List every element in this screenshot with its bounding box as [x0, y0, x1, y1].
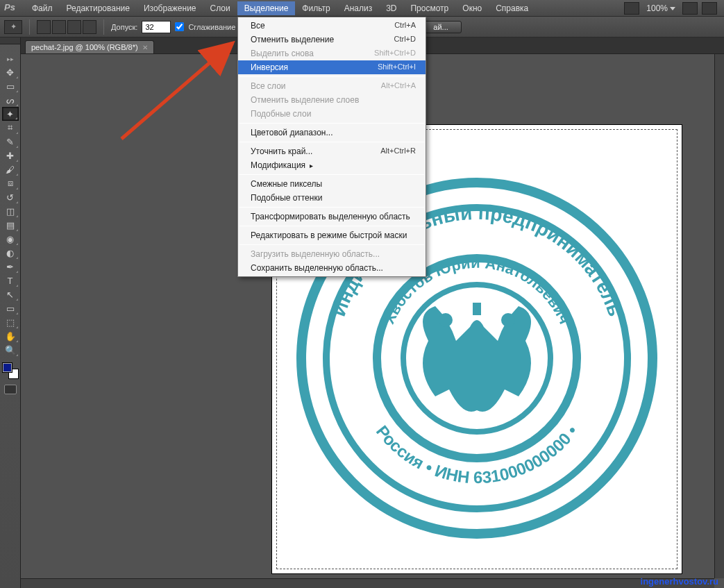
menuitem-загрузить-выделенную-область-: Загрузить выделенную область...: [238, 247, 426, 261]
close-icon[interactable]: ✕: [142, 44, 148, 51]
menu-bar: Ps ФайлРедактированиеИзображениеСлоиВыде…: [0, 0, 724, 17]
color-swatches[interactable]: [2, 362, 19, 379]
selection-intersect-icon[interactable]: [83, 20, 96, 34]
menuitem-label: Цветовой диапазон...: [251, 128, 332, 137]
menu-separator: [239, 244, 424, 245]
menuitem-уточнить-край-[interactable]: Уточнить край...Alt+Ctrl+R: [238, 144, 426, 158]
menu-separator: [239, 142, 424, 142]
menuitem-выделить-снова: Выделить сноваShift+Ctrl+D: [238, 47, 426, 60]
menu-изображение[interactable]: Изображение: [137, 1, 203, 15]
screen-mode-icon[interactable]: [702, 2, 717, 15]
svg-rect-5: [473, 303, 481, 315]
antialias-label: Сглаживание: [188, 23, 235, 31]
tool-path[interactable]: ↖: [2, 287, 19, 301]
menu-слои[interactable]: Слои: [203, 1, 237, 15]
tool-type[interactable]: T: [2, 274, 19, 287]
tool-zoom[interactable]: 🔍: [2, 343, 19, 357]
menuitem-label: Инверсия: [251, 62, 288, 72]
menu-3d[interactable]: 3D: [379, 1, 403, 15]
tool-eraser[interactable]: ◫: [2, 204, 19, 218]
menuitem-инверсия[interactable]: ИнверсияShift+Ctrl+I: [238, 60, 426, 74]
tool-marquee[interactable]: ▭: [2, 79, 19, 93]
tool-heal[interactable]: ✚: [2, 149, 19, 162]
app-logo-icon: Ps: [4, 2, 19, 15]
menuitem-label: Смежные пикселы: [251, 179, 322, 189]
tool-hand[interactable]: ✋: [2, 329, 19, 343]
tool-shape[interactable]: ▭: [2, 301, 19, 315]
menuitem-подобные-оттенки[interactable]: Подобные оттенки: [238, 191, 426, 205]
fg-color-swatch[interactable]: [2, 362, 12, 373]
tool-crop[interactable]: ⌗: [2, 121, 19, 135]
menu-окно[interactable]: Окно: [455, 1, 489, 15]
selection-menu-dropdown: ВсеCtrl+AОтменить выделениеCtrl+DВыделит…: [237, 17, 426, 277]
document-tab[interactable]: pechat-2.jpg @ 100% (RGB/8*) ✕: [25, 40, 154, 53]
menuitem-shortcut: Shift+Ctrl+I: [378, 62, 416, 72]
svg-point-4: [501, 313, 515, 327]
tool-lasso[interactable]: ᔕ: [2, 93, 19, 107]
selection-add-icon[interactable]: [52, 20, 66, 34]
menuitem-сохранить-выделенную-область-[interactable]: Сохранить выделенную область...: [238, 261, 426, 275]
menuitem-label: Все слои: [251, 81, 286, 91]
menu-separator: [239, 76, 424, 77]
scrollbar-horizontal[interactable]: [21, 578, 714, 588]
menu-выделение[interactable]: Выделение: [237, 1, 296, 15]
toolbox-collapse-icon[interactable]: ▸▸: [7, 56, 14, 62]
tool-pen[interactable]: ✒: [2, 260, 19, 274]
menuitem-модификация[interactable]: Модификация: [238, 158, 426, 172]
menu-separator: [239, 123, 424, 124]
menuitem-трансформировать-выделенную-область[interactable]: Трансформировать выделенную область: [238, 210, 426, 224]
tool-history[interactable]: ↺: [2, 190, 19, 204]
svg-point-3: [439, 313, 453, 327]
menuitem-подобные-слои: Подобные слои: [238, 107, 426, 121]
workspace-switcher-icon[interactable]: [624, 2, 639, 15]
menuitem-label: Подобные слои: [251, 109, 311, 119]
tool-brush[interactable]: 🖌: [2, 162, 19, 176]
menuitem-shortcut: Alt+Ctrl+A: [381, 81, 416, 91]
scrollbar-vertical[interactable]: [714, 54, 724, 578]
menu-просмотр[interactable]: Просмотр: [403, 1, 455, 15]
toolbox-handle[interactable]: [0, 37, 20, 44]
current-tool-icon[interactable]: ✦: [4, 20, 22, 34]
menuitem-shortcut: Ctrl+D: [394, 35, 416, 44]
menuitem-отменить-выделение[interactable]: Отменить выделениеCtrl+D: [238, 33, 426, 47]
watermark: ingenerhvostov.ru: [641, 576, 718, 587]
view-extras-icon[interactable]: [682, 2, 698, 15]
refine-edge-button[interactable]: ай...: [420, 21, 461, 33]
tool-stamp[interactable]: ⧇: [2, 176, 19, 190]
menuitem-все-слои: Все слоиAlt+Ctrl+A: [238, 79, 426, 93]
tool-wand[interactable]: ✦: [2, 107, 19, 121]
tool-gradient[interactable]: ▤: [2, 218, 19, 232]
menuitem-label: Сохранить выделенную область...: [251, 263, 383, 273]
menuitem-цветовой-диапазон-[interactable]: Цветовой диапазон...: [238, 126, 426, 140]
tool-dodge[interactable]: ◐: [2, 246, 19, 260]
menuitem-label: Все: [251, 21, 265, 31]
menuitem-label: Трансформировать выделенную область: [251, 212, 410, 221]
menuitem-смежные-пикселы[interactable]: Смежные пикселы: [238, 177, 426, 191]
menu-редактирование[interactable]: Редактирование: [60, 1, 137, 15]
menu-separator: [239, 207, 424, 208]
menuitem-редактировать-в-режиме-быстрой-маски[interactable]: Редактировать в режиме быстрой маски: [238, 228, 426, 242]
antialias-checkbox[interactable]: [175, 22, 184, 31]
tool-eyedropper[interactable]: ✎: [2, 135, 19, 149]
tool-move[interactable]: ✥: [2, 65, 19, 79]
svg-text:Россия • ИНН 631000000000 •: Россия • ИНН 631000000000 •: [373, 421, 581, 487]
quickmask-toggle-icon[interactable]: [4, 385, 17, 394]
menuitem-label: Редактировать в режиме быстрой маски: [251, 230, 407, 240]
zoom-level[interactable]: 100%: [643, 3, 678, 13]
menu-справка[interactable]: Справка: [489, 1, 535, 15]
selection-new-icon[interactable]: [37, 20, 51, 34]
toolbox: ▸▸ ✥▭ᔕ✦⌗✎✚🖌⧇↺◫▤◉◐✒T↖▭⬚✋🔍: [0, 37, 21, 588]
menu-анализ[interactable]: Анализ: [337, 1, 380, 15]
menu-фильтр[interactable]: Фильтр: [295, 1, 337, 15]
menuitem-отменить-выделение-слоев: Отменить выделение слоев: [238, 93, 426, 107]
tolerance-input[interactable]: [142, 21, 171, 33]
tool-blur[interactable]: ◉: [2, 232, 19, 246]
menu-separator: [239, 174, 424, 175]
selection-subtract-icon[interactable]: [67, 20, 81, 34]
menuitem-shortcut: Alt+Ctrl+R: [380, 146, 416, 156]
menuitem-label: Подобные оттенки: [251, 193, 322, 203]
tool-3d[interactable]: ⬚: [2, 315, 19, 329]
tolerance-label: Допуск:: [111, 23, 137, 31]
menuitem-все[interactable]: ВсеCtrl+A: [238, 19, 426, 33]
menu-файл[interactable]: Файл: [25, 1, 60, 15]
